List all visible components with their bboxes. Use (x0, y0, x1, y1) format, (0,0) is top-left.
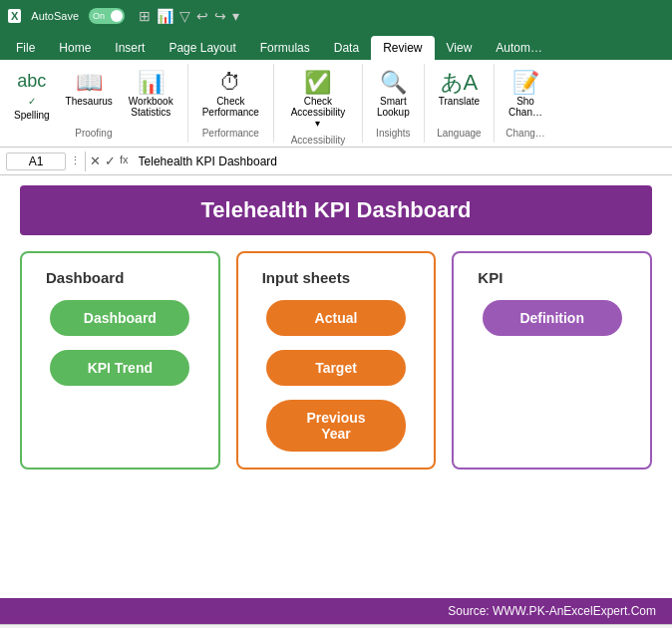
ribbon-group-changes: 📝 ShoChan… Chang… (495, 64, 556, 143)
insert-function-icon[interactable]: fx (120, 154, 129, 168)
thesaurus-button[interactable]: 📖 Thesaurus (60, 68, 119, 111)
table-icon[interactable]: ⊞ (139, 8, 151, 24)
tab-file[interactable]: File (4, 36, 47, 60)
tab-review[interactable]: Review (371, 36, 434, 60)
workbook-stats-icon: 📊 (138, 72, 165, 94)
dashboard-title: Telehealth KPI Dashboard (201, 197, 472, 222)
dashboard-button[interactable]: Dashboard (50, 300, 189, 336)
check-performance-icon: ⏱ (219, 72, 241, 94)
spelling-button[interactable]: abc✓ Spelling (8, 68, 56, 125)
tab-home[interactable]: Home (47, 36, 103, 60)
formula-separator (85, 152, 86, 171)
footer: Source: WWW.PK-AnExcelExpert.Com (0, 598, 672, 624)
input-sheets-box-title: Input sheets (262, 269, 350, 286)
thesaurus-icon: 📖 (76, 72, 103, 94)
expand-icon[interactable]: ⋮ (70, 155, 81, 167)
ribbon-group-language: あA Translate Language (425, 64, 495, 143)
title-bar: X AutoSave On ⊞ 📊 ▽ ↩ ↪ ▾ (0, 0, 672, 32)
tab-automate[interactable]: Autom… (484, 36, 554, 60)
show-changes-button[interactable]: 📝 ShoChan… (503, 68, 548, 122)
cancel-formula-icon[interactable]: ✕ (90, 154, 101, 168)
more-icon[interactable]: ▾ (232, 8, 239, 24)
ribbon-tabs: File Home Insert Page Layout Formulas Da… (0, 32, 672, 60)
kpi-trend-button[interactable]: KPI Trend (50, 350, 189, 386)
ribbon-group-performance: ⏱ CheckPerformance Performance (188, 64, 274, 143)
tab-page-layout[interactable]: Page Layout (157, 36, 247, 60)
proofing-group-label: Proofing (75, 128, 112, 139)
actual-button[interactable]: Actual (266, 300, 406, 336)
confirm-formula-icon[interactable]: ✓ (105, 154, 116, 168)
tab-data[interactable]: Data (322, 36, 371, 60)
previous-year-button[interactable]: Previous Year (266, 400, 406, 452)
formula-bar: A1 ⋮ ✕ ✓ fx (0, 148, 672, 175)
definition-button[interactable]: Definition (483, 300, 622, 336)
chart-icon[interactable]: 📊 (157, 8, 173, 24)
target-button[interactable]: Target (266, 350, 406, 386)
workbook-statistics-button[interactable]: 📊 WorkbookStatistics (123, 68, 179, 122)
tab-formulas[interactable]: Formulas (248, 36, 322, 60)
show-changes-icon: 📝 (512, 72, 539, 94)
check-accessibility-icon: ✅ (304, 72, 331, 94)
main-content: Dashboard Dashboard KPI Trend Input shee… (0, 235, 672, 485)
tab-view[interactable]: View (435, 36, 485, 60)
dashboard-title-row: Telehealth KPI Dashboard (20, 185, 652, 235)
insights-group-label: Insights (376, 128, 410, 139)
footer-text: Source: WWW.PK-AnExcelExpert.Com (448, 604, 656, 618)
changes-group-label: Chang… (505, 128, 544, 139)
ribbon-group-insights: 🔍 SmartLookup Insights (363, 64, 425, 143)
cell-reference[interactable]: A1 (6, 153, 66, 170)
autosave-label: AutoSave (31, 10, 79, 22)
language-group-label: Language (437, 128, 482, 139)
translate-button[interactable]: あA Translate (433, 68, 486, 111)
redo-icon[interactable]: ↪ (214, 8, 226, 24)
kpi-box: KPI Definition (452, 251, 652, 470)
formula-input[interactable] (133, 155, 666, 168)
smart-lookup-button[interactable]: 🔍 SmartLookup (371, 68, 416, 122)
autosave-knob (111, 10, 123, 22)
smart-lookup-icon: 🔍 (380, 72, 407, 94)
autosave-toggle[interactable]: On (89, 8, 125, 24)
check-accessibility-button[interactable]: ✅ CheckAccessibility ▾ (282, 68, 354, 133)
dashboard-box-title: Dashboard (46, 269, 124, 286)
input-sheets-box: Input sheets Actual Target Previous Year (236, 251, 437, 470)
formula-icons: ✕ ✓ fx (90, 154, 129, 168)
spelling-icon: abc✓ (17, 72, 46, 108)
check-performance-button[interactable]: ⏱ CheckPerformance (196, 68, 265, 122)
translate-icon: あA (441, 72, 479, 94)
filter-icon[interactable]: ▽ (179, 8, 190, 24)
ribbon-group-accessibility: ✅ CheckAccessibility ▾ Accessibility (274, 64, 363, 143)
dashboard-box: Dashboard Dashboard KPI Trend (20, 251, 220, 470)
accessibility-group-label: Accessibility (291, 135, 345, 146)
sheet-tabs: Dashboard KPI Trend (0, 624, 672, 628)
ribbon-group-proofing: abc✓ Spelling 📖 Thesaurus 📊 WorkbookStat… (0, 64, 188, 143)
spreadsheet-content: Telehealth KPI Dashboard Dashboard Dashb… (0, 175, 672, 624)
ribbon: abc✓ Spelling 📖 Thesaurus 📊 WorkbookStat… (0, 60, 672, 148)
performance-group-label: Performance (202, 128, 259, 139)
tab-insert[interactable]: Insert (103, 36, 157, 60)
undo-icon[interactable]: ↩ (196, 8, 208, 24)
kpi-box-title: KPI (478, 269, 503, 286)
toolbar-icons: ⊞ 📊 ▽ ↩ ↪ ▾ (139, 8, 239, 24)
excel-icon: X (8, 9, 21, 23)
